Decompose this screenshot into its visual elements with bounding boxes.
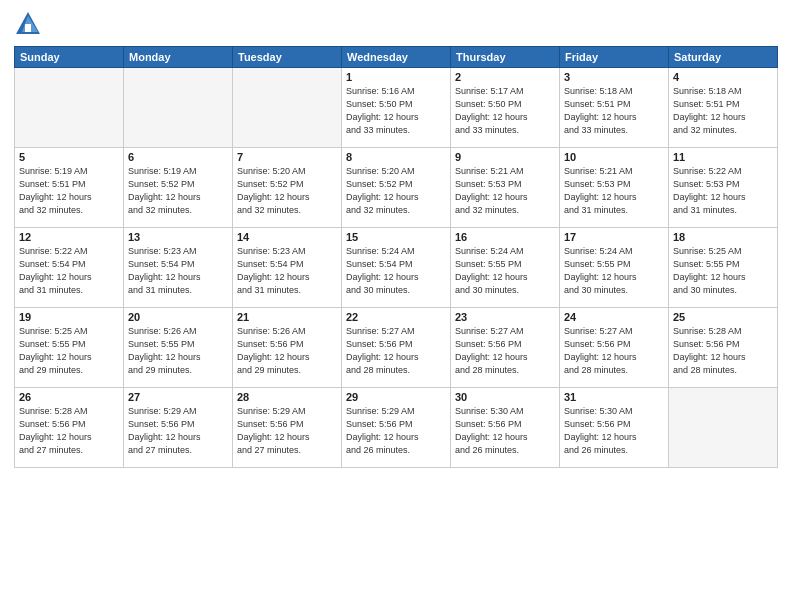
weekday-header-friday: Friday: [560, 47, 669, 68]
day-number: 4: [673, 71, 773, 83]
calendar-cell: 19Sunrise: 5:25 AM Sunset: 5:55 PM Dayli…: [15, 308, 124, 388]
calendar-cell: 12Sunrise: 5:22 AM Sunset: 5:54 PM Dayli…: [15, 228, 124, 308]
day-info: Sunrise: 5:25 AM Sunset: 5:55 PM Dayligh…: [673, 245, 773, 297]
day-info: Sunrise: 5:20 AM Sunset: 5:52 PM Dayligh…: [237, 165, 337, 217]
day-number: 23: [455, 311, 555, 323]
svg-rect-2: [25, 24, 31, 32]
day-info: Sunrise: 5:30 AM Sunset: 5:56 PM Dayligh…: [564, 405, 664, 457]
week-row-4: 26Sunrise: 5:28 AM Sunset: 5:56 PM Dayli…: [15, 388, 778, 468]
day-info: Sunrise: 5:21 AM Sunset: 5:53 PM Dayligh…: [455, 165, 555, 217]
week-row-2: 12Sunrise: 5:22 AM Sunset: 5:54 PM Dayli…: [15, 228, 778, 308]
calendar-cell: 10Sunrise: 5:21 AM Sunset: 5:53 PM Dayli…: [560, 148, 669, 228]
calendar-cell: 15Sunrise: 5:24 AM Sunset: 5:54 PM Dayli…: [342, 228, 451, 308]
page: SundayMondayTuesdayWednesdayThursdayFrid…: [0, 0, 792, 612]
calendar-cell: 4Sunrise: 5:18 AM Sunset: 5:51 PM Daylig…: [669, 68, 778, 148]
calendar-cell: 26Sunrise: 5:28 AM Sunset: 5:56 PM Dayli…: [15, 388, 124, 468]
calendar-table: SundayMondayTuesdayWednesdayThursdayFrid…: [14, 46, 778, 468]
calendar-cell: 6Sunrise: 5:19 AM Sunset: 5:52 PM Daylig…: [124, 148, 233, 228]
calendar-cell: 13Sunrise: 5:23 AM Sunset: 5:54 PM Dayli…: [124, 228, 233, 308]
calendar-cell: [669, 388, 778, 468]
calendar-cell: 5Sunrise: 5:19 AM Sunset: 5:51 PM Daylig…: [15, 148, 124, 228]
calendar-cell: 20Sunrise: 5:26 AM Sunset: 5:55 PM Dayli…: [124, 308, 233, 388]
day-info: Sunrise: 5:22 AM Sunset: 5:54 PM Dayligh…: [19, 245, 119, 297]
weekday-header-saturday: Saturday: [669, 47, 778, 68]
calendar-cell: 1Sunrise: 5:16 AM Sunset: 5:50 PM Daylig…: [342, 68, 451, 148]
day-info: Sunrise: 5:17 AM Sunset: 5:50 PM Dayligh…: [455, 85, 555, 137]
day-number: 3: [564, 71, 664, 83]
day-info: Sunrise: 5:23 AM Sunset: 5:54 PM Dayligh…: [237, 245, 337, 297]
weekday-header-wednesday: Wednesday: [342, 47, 451, 68]
logo: [14, 10, 44, 38]
day-info: Sunrise: 5:18 AM Sunset: 5:51 PM Dayligh…: [673, 85, 773, 137]
day-number: 24: [564, 311, 664, 323]
calendar-cell: [233, 68, 342, 148]
day-info: Sunrise: 5:18 AM Sunset: 5:51 PM Dayligh…: [564, 85, 664, 137]
day-number: 15: [346, 231, 446, 243]
calendar-cell: 3Sunrise: 5:18 AM Sunset: 5:51 PM Daylig…: [560, 68, 669, 148]
calendar-cell: 11Sunrise: 5:22 AM Sunset: 5:53 PM Dayli…: [669, 148, 778, 228]
day-number: 11: [673, 151, 773, 163]
day-info: Sunrise: 5:28 AM Sunset: 5:56 PM Dayligh…: [673, 325, 773, 377]
calendar-cell: 14Sunrise: 5:23 AM Sunset: 5:54 PM Dayli…: [233, 228, 342, 308]
day-info: Sunrise: 5:16 AM Sunset: 5:50 PM Dayligh…: [346, 85, 446, 137]
header: [14, 10, 778, 38]
calendar-cell: [15, 68, 124, 148]
calendar-cell: 28Sunrise: 5:29 AM Sunset: 5:56 PM Dayli…: [233, 388, 342, 468]
day-number: 17: [564, 231, 664, 243]
calendar-cell: 24Sunrise: 5:27 AM Sunset: 5:56 PM Dayli…: [560, 308, 669, 388]
day-info: Sunrise: 5:27 AM Sunset: 5:56 PM Dayligh…: [346, 325, 446, 377]
day-info: Sunrise: 5:27 AM Sunset: 5:56 PM Dayligh…: [455, 325, 555, 377]
day-info: Sunrise: 5:23 AM Sunset: 5:54 PM Dayligh…: [128, 245, 228, 297]
day-number: 21: [237, 311, 337, 323]
weekday-header-thursday: Thursday: [451, 47, 560, 68]
calendar-cell: 21Sunrise: 5:26 AM Sunset: 5:56 PM Dayli…: [233, 308, 342, 388]
day-number: 20: [128, 311, 228, 323]
weekday-header-row: SundayMondayTuesdayWednesdayThursdayFrid…: [15, 47, 778, 68]
calendar-cell: 29Sunrise: 5:29 AM Sunset: 5:56 PM Dayli…: [342, 388, 451, 468]
day-number: 1: [346, 71, 446, 83]
day-info: Sunrise: 5:22 AM Sunset: 5:53 PM Dayligh…: [673, 165, 773, 217]
day-number: 22: [346, 311, 446, 323]
calendar-cell: 22Sunrise: 5:27 AM Sunset: 5:56 PM Dayli…: [342, 308, 451, 388]
calendar-cell: 17Sunrise: 5:24 AM Sunset: 5:55 PM Dayli…: [560, 228, 669, 308]
weekday-header-monday: Monday: [124, 47, 233, 68]
day-info: Sunrise: 5:24 AM Sunset: 5:55 PM Dayligh…: [564, 245, 664, 297]
day-info: Sunrise: 5:29 AM Sunset: 5:56 PM Dayligh…: [128, 405, 228, 457]
weekday-header-tuesday: Tuesday: [233, 47, 342, 68]
day-info: Sunrise: 5:24 AM Sunset: 5:55 PM Dayligh…: [455, 245, 555, 297]
calendar-cell: 18Sunrise: 5:25 AM Sunset: 5:55 PM Dayli…: [669, 228, 778, 308]
calendar-cell: 23Sunrise: 5:27 AM Sunset: 5:56 PM Dayli…: [451, 308, 560, 388]
day-number: 30: [455, 391, 555, 403]
calendar-cell: 30Sunrise: 5:30 AM Sunset: 5:56 PM Dayli…: [451, 388, 560, 468]
calendar-cell: 9Sunrise: 5:21 AM Sunset: 5:53 PM Daylig…: [451, 148, 560, 228]
day-number: 10: [564, 151, 664, 163]
day-info: Sunrise: 5:19 AM Sunset: 5:52 PM Dayligh…: [128, 165, 228, 217]
logo-icon: [14, 10, 42, 38]
day-number: 7: [237, 151, 337, 163]
day-number: 12: [19, 231, 119, 243]
weekday-header-sunday: Sunday: [15, 47, 124, 68]
week-row-0: 1Sunrise: 5:16 AM Sunset: 5:50 PM Daylig…: [15, 68, 778, 148]
day-info: Sunrise: 5:19 AM Sunset: 5:51 PM Dayligh…: [19, 165, 119, 217]
day-number: 27: [128, 391, 228, 403]
day-number: 8: [346, 151, 446, 163]
calendar-cell: 2Sunrise: 5:17 AM Sunset: 5:50 PM Daylig…: [451, 68, 560, 148]
day-info: Sunrise: 5:26 AM Sunset: 5:56 PM Dayligh…: [237, 325, 337, 377]
calendar-cell: 31Sunrise: 5:30 AM Sunset: 5:56 PM Dayli…: [560, 388, 669, 468]
day-info: Sunrise: 5:24 AM Sunset: 5:54 PM Dayligh…: [346, 245, 446, 297]
day-number: 13: [128, 231, 228, 243]
day-number: 29: [346, 391, 446, 403]
day-info: Sunrise: 5:29 AM Sunset: 5:56 PM Dayligh…: [237, 405, 337, 457]
day-number: 25: [673, 311, 773, 323]
day-number: 5: [19, 151, 119, 163]
calendar-cell: 25Sunrise: 5:28 AM Sunset: 5:56 PM Dayli…: [669, 308, 778, 388]
day-number: 18: [673, 231, 773, 243]
day-number: 14: [237, 231, 337, 243]
day-number: 19: [19, 311, 119, 323]
day-info: Sunrise: 5:21 AM Sunset: 5:53 PM Dayligh…: [564, 165, 664, 217]
day-info: Sunrise: 5:30 AM Sunset: 5:56 PM Dayligh…: [455, 405, 555, 457]
calendar-cell: 27Sunrise: 5:29 AM Sunset: 5:56 PM Dayli…: [124, 388, 233, 468]
day-info: Sunrise: 5:29 AM Sunset: 5:56 PM Dayligh…: [346, 405, 446, 457]
day-number: 28: [237, 391, 337, 403]
day-number: 9: [455, 151, 555, 163]
